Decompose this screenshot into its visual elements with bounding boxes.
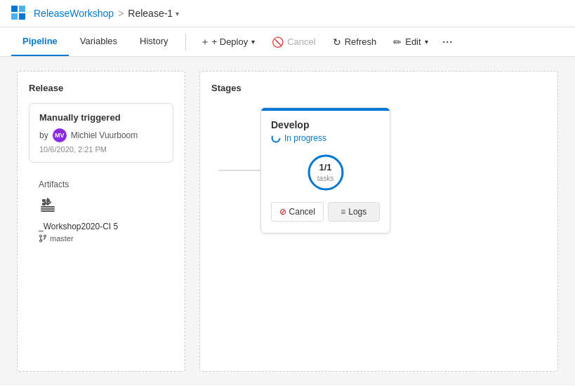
- trigger-date: 10/6/2020, 2:21 PM: [39, 145, 163, 154]
- progress-sublabel: tasks: [317, 175, 333, 182]
- svg-point-9: [272, 135, 280, 142]
- artifact-item: _Workshop2020-CI 5 master: [39, 196, 164, 243]
- stages-panel: Stages Develop In progress: [199, 71, 558, 372]
- progress-circle-container: 1/1 tasks: [271, 151, 380, 194]
- app-icon-cell: [11, 13, 18, 20]
- app-icon: [11, 6, 27, 21]
- artifact-icon: [39, 196, 164, 219]
- progress-label: 1/1 tasks: [317, 162, 333, 183]
- artifacts-section: Artifacts _Workshop2020-CI 5: [29, 173, 173, 250]
- svg-point-7: [44, 235, 46, 237]
- svg-point-6: [40, 235, 42, 237]
- trigger-card: Manually triggered by MV Michiel Vuurboo…: [29, 103, 173, 163]
- tab-pipeline[interactable]: Pipeline: [11, 27, 69, 56]
- edit-button[interactable]: ✏ Edit ▾: [385, 32, 436, 52]
- svg-rect-2: [41, 210, 55, 212]
- progress-wrapper: 1/1 tasks: [305, 151, 347, 194]
- breadcrumb-project[interactable]: ReleaseWorkshop: [34, 8, 114, 19]
- stage-logs-button[interactable]: ≡ Logs: [328, 202, 381, 222]
- stage-status-text: In progress: [284, 133, 326, 143]
- progress-fraction: 1/1: [319, 162, 331, 173]
- svg-rect-3: [42, 199, 46, 202]
- trigger-title: Manually triggered: [39, 112, 163, 123]
- chevron-down-icon[interactable]: ▾: [176, 10, 179, 18]
- author-avatar: MV: [53, 128, 67, 142]
- artifact-branch: master: [39, 234, 164, 243]
- plus-icon: ＋: [200, 36, 210, 48]
- cancel-button[interactable]: 🚫 Cancel: [263, 32, 324, 52]
- app-icon-cell: [19, 6, 25, 12]
- stage-actions: ⊘ Cancel ≡ Logs: [271, 202, 380, 224]
- toolbar: ＋ + Deploy ▾ 🚫 Cancel ↻ Refresh ✏ Edit ▾…: [192, 30, 458, 53]
- author-name: Michiel Vuurboom: [71, 130, 138, 140]
- branch-icon: [39, 234, 47, 243]
- tab-history[interactable]: History: [128, 27, 179, 56]
- trigger-by: by MV Michiel Vuurboom: [39, 128, 163, 142]
- refresh-button[interactable]: ↻ Refresh: [324, 32, 385, 52]
- stage-status: In progress: [271, 133, 380, 143]
- app-icon-cell: [11, 6, 18, 12]
- nav-tabs-bar: Pipeline Variables History ＋ + Deploy ▾ …: [0, 27, 575, 57]
- breadcrumb: ReleaseWorkshop > Release-1 ▾: [34, 8, 179, 19]
- nav-divider: [185, 34, 186, 50]
- svg-rect-0: [41, 206, 55, 208]
- stage-card-wrapper: Develop In progress: [211, 107, 546, 234]
- stage-card-body: Develop In progress: [261, 111, 390, 233]
- release-panel: Release Manually triggered by MV Michiel…: [17, 71, 185, 372]
- edit-chevron-icon: ▾: [425, 38, 428, 46]
- deploy-button[interactable]: ＋ + Deploy ▾: [192, 32, 264, 53]
- breadcrumb-separator: >: [118, 8, 124, 19]
- stages-panel-title: Stages: [211, 83, 546, 93]
- artifact-name: _Workshop2020-CI 5: [39, 222, 164, 231]
- refresh-icon: ↻: [333, 36, 341, 48]
- deploy-chevron-icon: ▾: [251, 38, 255, 46]
- status-spinner-icon: [271, 133, 281, 143]
- more-button[interactable]: ···: [437, 30, 458, 53]
- by-label: by: [39, 130, 48, 140]
- stage-name: Develop: [271, 119, 380, 130]
- tab-variables[interactable]: Variables: [69, 27, 128, 56]
- svg-rect-4: [42, 203, 46, 205]
- svg-rect-1: [41, 208, 55, 210]
- cancel-icon: ⊘: [279, 207, 286, 217]
- ban-icon: 🚫: [272, 36, 284, 48]
- stage-card: Develop In progress: [260, 107, 390, 234]
- logs-icon: ≡: [341, 207, 345, 217]
- stage-cancel-button[interactable]: ⊘ Cancel: [271, 202, 324, 222]
- svg-rect-5: [46, 199, 50, 202]
- artifacts-label: Artifacts: [39, 180, 164, 189]
- main-content: Release Manually triggered by MV Michiel…: [0, 57, 575, 386]
- top-bar: ReleaseWorkshop > Release-1 ▾: [0, 0, 575, 27]
- edit-icon: ✏: [393, 36, 402, 48]
- branch-name: master: [50, 234, 74, 243]
- app-icon-cell: [19, 13, 25, 20]
- release-panel-title: Release: [29, 83, 173, 93]
- connector-line: [218, 170, 260, 171]
- breadcrumb-release[interactable]: Release-1 ▾: [128, 8, 179, 19]
